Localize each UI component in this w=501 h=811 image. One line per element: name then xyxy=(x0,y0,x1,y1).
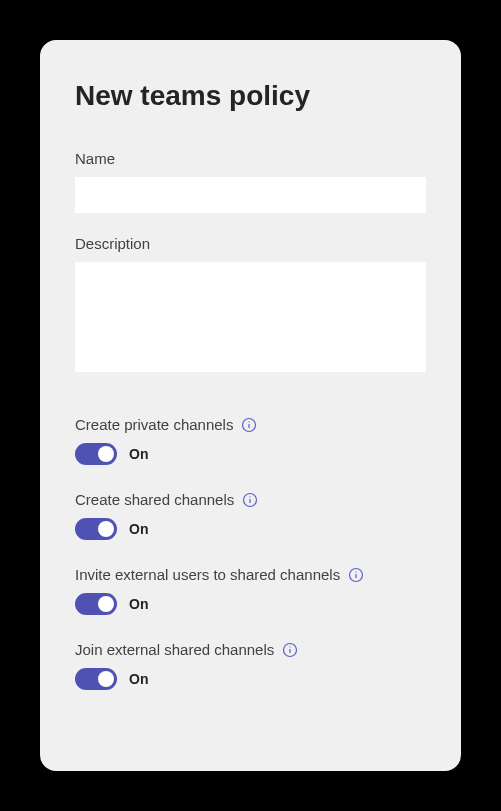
toggle-switch[interactable] xyxy=(75,593,117,615)
svg-point-11 xyxy=(290,646,291,647)
toggle-group-shared-channels: Create shared channels On xyxy=(75,491,426,540)
settings-section: Create private channels On Create sha xyxy=(75,416,426,690)
info-icon[interactable] xyxy=(241,417,257,433)
svg-point-2 xyxy=(249,421,250,422)
toggle-label-row: Create shared channels xyxy=(75,491,426,508)
name-input[interactable] xyxy=(75,177,426,213)
toggle-row: On xyxy=(75,518,426,540)
toggle-row: On xyxy=(75,668,426,690)
toggle-switch[interactable] xyxy=(75,443,117,465)
name-label: Name xyxy=(75,150,426,167)
description-input[interactable] xyxy=(75,262,426,372)
description-label: Description xyxy=(75,235,426,252)
info-icon[interactable] xyxy=(282,642,298,658)
toggle-state: On xyxy=(129,446,148,462)
toggle-label-row: Create private channels xyxy=(75,416,426,433)
page-title: New teams policy xyxy=(75,80,426,112)
policy-panel: New teams policy Name Description Create… xyxy=(40,40,461,771)
toggle-switch[interactable] xyxy=(75,668,117,690)
toggle-group-invite-external: Invite external users to shared channels… xyxy=(75,566,426,615)
toggle-label: Invite external users to shared channels xyxy=(75,566,340,583)
toggle-knob xyxy=(98,521,114,537)
name-field-group: Name xyxy=(75,150,426,213)
toggle-knob xyxy=(98,671,114,687)
toggle-label: Create private channels xyxy=(75,416,233,433)
toggle-label-row: Join external shared channels xyxy=(75,641,426,658)
toggle-label: Create shared channels xyxy=(75,491,234,508)
toggle-label-row: Invite external users to shared channels xyxy=(75,566,426,583)
description-field-group: Description xyxy=(75,235,426,376)
toggle-state: On xyxy=(129,521,148,537)
toggle-row: On xyxy=(75,593,426,615)
toggle-switch[interactable] xyxy=(75,518,117,540)
toggle-knob xyxy=(98,446,114,462)
toggle-group-private-channels: Create private channels On xyxy=(75,416,426,465)
toggle-knob xyxy=(98,596,114,612)
info-icon[interactable] xyxy=(242,492,258,508)
toggle-state: On xyxy=(129,671,148,687)
toggle-row: On xyxy=(75,443,426,465)
toggle-state: On xyxy=(129,596,148,612)
svg-point-5 xyxy=(250,496,251,497)
toggle-label: Join external shared channels xyxy=(75,641,274,658)
svg-point-8 xyxy=(356,571,357,572)
info-icon[interactable] xyxy=(348,567,364,583)
toggle-group-join-external: Join external shared channels On xyxy=(75,641,426,690)
